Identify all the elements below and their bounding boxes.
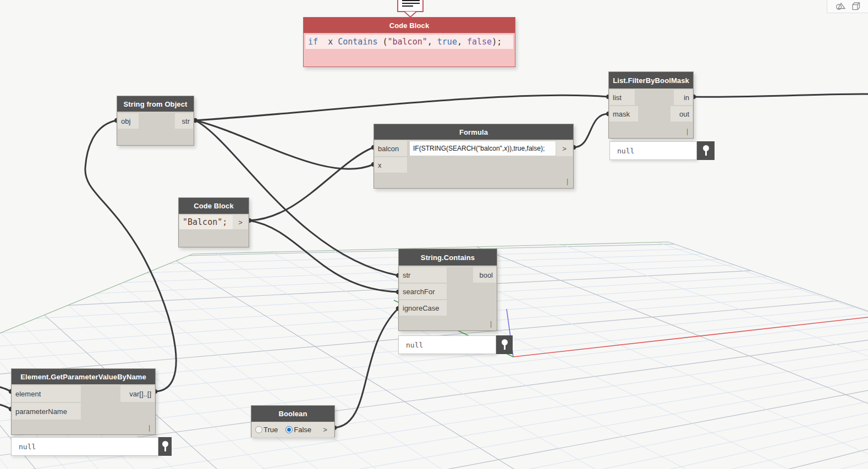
note-pointer	[0, 0, 868, 469]
dynamo-canvas[interactable]: Code Block if x Contains ("balcon", true…	[0, 0, 868, 469]
view-toolbar	[827, 0, 868, 13]
geometry-preview-icon[interactable]	[834, 2, 847, 11]
cube-3d-icon[interactable]	[851, 2, 861, 11]
